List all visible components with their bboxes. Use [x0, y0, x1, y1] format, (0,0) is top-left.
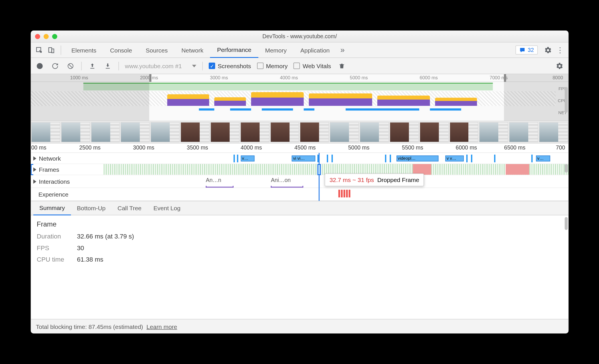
learn-more-link[interactable]: Learn more: [146, 323, 177, 330]
tab-elements[interactable]: Elements: [64, 42, 103, 58]
tab-network[interactable]: Network: [174, 42, 210, 58]
kebab-menu-icon[interactable]: ⋮: [554, 42, 566, 58]
scrollbar[interactable]: [564, 87, 568, 113]
track-experience[interactable]: Experience: [31, 188, 568, 201]
screenshot-thumb[interactable]: [121, 122, 150, 142]
frame-tooltip: 32.7 ms ~ 31 fps Dropped Frame: [325, 173, 424, 186]
interaction-label[interactable]: Ani…on: [271, 177, 290, 183]
tab-sources[interactable]: Sources: [139, 42, 174, 58]
network-bar[interactable]: vi vi…: [292, 155, 315, 161]
svg-rect-1: [48, 47, 52, 52]
separator: [202, 62, 203, 70]
devtools-tabs: Elements Console Sources Network Perform…: [31, 43, 568, 58]
separator: [118, 62, 119, 70]
screenshot-thumb[interactable]: [240, 122, 269, 142]
capture-settings-icon[interactable]: [555, 61, 564, 70]
total-blocking-time: Total blocking time: 87.45ms (estimated): [36, 323, 143, 330]
separator: [81, 62, 82, 70]
screenshots-filmstrip[interactable]: [31, 121, 568, 143]
network-bar[interactable]: v v…: [445, 155, 464, 161]
footer-bar: Total blocking time: 87.45ms (estimated)…: [31, 319, 568, 333]
more-tabs-icon[interactable]: »: [336, 42, 348, 58]
console-message-count[interactable]: 32: [515, 46, 538, 55]
fps-label: FPS: [37, 244, 71, 252]
screenshot-thumb[interactable]: [479, 122, 508, 142]
tab-event-log[interactable]: Event Log: [147, 201, 187, 215]
tab-call-tree[interactable]: Call Tree: [111, 201, 147, 215]
screenshot-thumb[interactable]: [61, 122, 90, 142]
tab-memory[interactable]: Memory: [258, 42, 294, 58]
screenshot-thumb[interactable]: [91, 122, 120, 142]
expand-icon[interactable]: [33, 167, 36, 171]
tab-performance[interactable]: Performance: [210, 42, 258, 58]
separator: [60, 45, 61, 55]
screenshot-thumb[interactable]: [390, 122, 419, 142]
window-title: DevTools - www.youtube.com/: [31, 33, 568, 40]
reload-icon[interactable]: [50, 61, 60, 70]
cpu-time-value: 61.38 ms: [77, 256, 103, 263]
expand-icon[interactable]: [33, 156, 36, 160]
screenshot-thumb[interactable]: [180, 122, 209, 142]
overview-chart[interactable]: 1000 ms 2000 ms 3000 ms 4000 ms 5000 ms …: [31, 74, 568, 121]
track-frames[interactable]: Frames: [31, 164, 568, 175]
experience-markers: [338, 190, 351, 197]
track-interactions[interactable]: Interactions An…nAni…on: [31, 175, 568, 188]
screenshot-thumb[interactable]: [31, 122, 60, 142]
detail-time-axis: 00 ms 2500 ms 3000 ms 3500 ms 4000 ms 45…: [31, 143, 568, 153]
scrollbar[interactable]: [564, 164, 568, 173]
chevron-down-icon: [192, 64, 196, 67]
details-tabs: Summary Bottom-Up Call Tree Event Log: [31, 201, 568, 215]
screenshot-thumb[interactable]: [360, 122, 389, 142]
screenshot-thumb[interactable]: [151, 122, 180, 142]
screenshot-thumb[interactable]: [539, 122, 568, 142]
flamechart-area: 00 ms 2500 ms 3000 ms 3500 ms 4000 ms 45…: [31, 143, 568, 201]
settings-icon[interactable]: [542, 42, 554, 58]
expand-icon[interactable]: [33, 179, 36, 183]
cpu-time-label: CPU time: [37, 256, 71, 263]
overview-selection-mask: [31, 74, 149, 121]
record-icon[interactable]: [35, 61, 44, 70]
download-icon[interactable]: [103, 61, 112, 70]
duration-label: Duration: [37, 232, 71, 240]
dropped-frame-region[interactable]: [413, 164, 431, 175]
svg-rect-2: [52, 49, 54, 53]
tooltip-label: Dropped Frame: [377, 177, 419, 183]
duration-value: 32.66 ms (at 3.79 s): [77, 232, 134, 240]
screenshot-thumb[interactable]: [330, 122, 359, 142]
message-count-value: 32: [528, 47, 534, 53]
screenshot-thumb[interactable]: [509, 122, 538, 142]
recording-selector[interactable]: www.youtube.com #1: [125, 62, 196, 69]
tab-bottom-up[interactable]: Bottom-Up: [71, 201, 111, 215]
network-bar[interactable]: v…: [240, 155, 254, 161]
device-toggle-icon[interactable]: [45, 42, 57, 58]
screenshot-thumb[interactable]: [300, 122, 329, 142]
network-bar[interactable]: v…: [536, 155, 550, 161]
tooltip-timing: 32.7 ms ~ 31 fps: [329, 177, 374, 183]
overview-handle-right[interactable]: [504, 74, 506, 82]
web-vitals-checkbox[interactable]: Web Vitals: [294, 62, 331, 69]
trash-icon[interactable]: [337, 61, 346, 70]
screenshot-thumb[interactable]: [270, 122, 299, 142]
screenshots-checkbox[interactable]: ✓Screenshots: [209, 62, 251, 69]
track-network[interactable]: Network v…vi vi…videopl…v v…v…: [31, 153, 568, 164]
overview-handle-left[interactable]: [149, 74, 151, 82]
tab-console[interactable]: Console: [103, 42, 139, 58]
upload-icon[interactable]: [88, 61, 97, 70]
clear-icon[interactable]: [66, 61, 75, 70]
dropped-frame-region[interactable]: [506, 164, 529, 175]
screenshot-thumb[interactable]: [449, 122, 478, 142]
network-bar[interactable]: videopl…: [396, 155, 438, 161]
playhead-line[interactable]: [319, 153, 319, 201]
screenshot-thumb[interactable]: [210, 122, 239, 142]
tab-application[interactable]: Application: [294, 42, 337, 58]
recording-name: www.youtube.com #1: [125, 62, 182, 69]
inspect-icon[interactable]: [33, 42, 45, 58]
interaction-bracket: [271, 186, 303, 188]
tab-summary[interactable]: Summary: [33, 201, 71, 215]
interaction-bracket: [206, 186, 234, 188]
selected-frame-marker[interactable]: [317, 164, 321, 175]
interaction-label[interactable]: An…n: [206, 177, 221, 183]
memory-checkbox[interactable]: Memory: [257, 62, 288, 69]
screenshot-thumb[interactable]: [419, 122, 448, 142]
scrollbar[interactable]: [564, 217, 568, 230]
